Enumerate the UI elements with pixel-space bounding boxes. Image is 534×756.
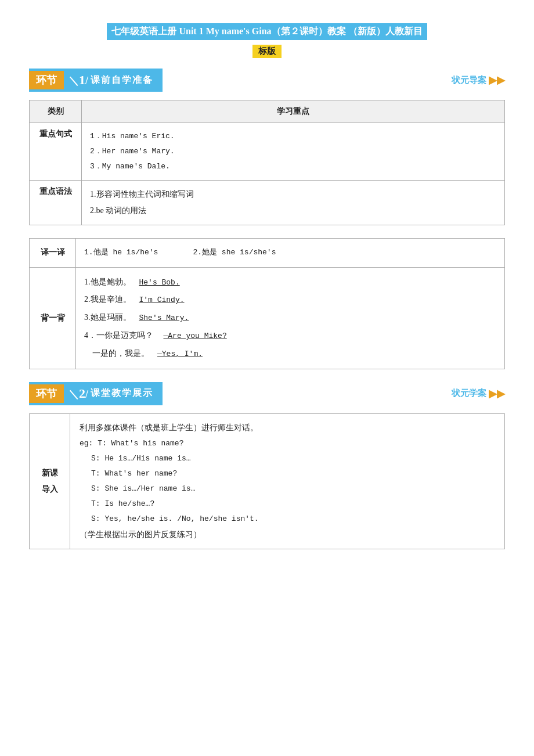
sentence-2: 2．Her name's Mary. bbox=[90, 144, 496, 159]
grammar-2: 2.be 动词的用法 bbox=[90, 203, 496, 219]
section2-right-bold: 学案 bbox=[469, 388, 486, 399]
translate-memorize-table: 译一译 1.他是 he is/he's 2.她是 she is/she's 背一… bbox=[29, 238, 505, 369]
memorize-row: 背一背 1.他是鲍勃。 He's Bob. 2.我是辛迪。 I'm Cindy.… bbox=[30, 267, 505, 369]
translate-item-1: 1.他是 he is/he's bbox=[84, 244, 158, 261]
section2-slash: ＼2/ bbox=[68, 386, 88, 401]
memorize-item-3: 3.她是玛丽。 She's Mary. bbox=[84, 309, 496, 327]
section2-right: 状元 学案 ▶▶ bbox=[452, 387, 505, 400]
memorize-item-2: 2.我是辛迪。 I'm Cindy. bbox=[84, 291, 496, 309]
translate-row: 译一译 1.他是 he is/he's 2.她是 she is/she's bbox=[30, 239, 505, 268]
col-header-keypoints: 学习重点 bbox=[82, 100, 505, 123]
s2-line-3: S: He is…/His name is… bbox=[80, 451, 495, 466]
cn-3: 3.她是玛丽。 bbox=[84, 313, 131, 322]
en-4: —Are you Mike? bbox=[164, 332, 227, 340]
en-1: He's Bob. bbox=[139, 278, 180, 287]
section2-arrow: ▶▶ bbox=[489, 387, 505, 400]
s2-line-7: S: Yes, he/she is. /No, he/she isn't. bbox=[80, 512, 495, 527]
cn-4: 4．一你是迈克吗？ bbox=[84, 331, 153, 340]
section2-row-content: 利用多媒体课件（或是班上学生）进行师生对话。 eg: T: What's his… bbox=[70, 413, 505, 549]
row-content-sentences: 1．His name's Eric. 2．Her name's Mary. 3．… bbox=[82, 123, 505, 181]
memorize-item-5: 一是的，我是。 —Yes, I'm. bbox=[84, 345, 496, 363]
section1-arrow: ▶▶ bbox=[489, 74, 505, 87]
subtitle-wrapper: 标版 bbox=[29, 45, 505, 58]
section1-right-label: 状元 bbox=[452, 75, 469, 86]
section1-right-bold: 导案 bbox=[469, 75, 486, 86]
section1-number: 环节 bbox=[29, 71, 64, 89]
memorize-item-1: 1.他是鲍勃。 He's Bob. bbox=[84, 273, 496, 291]
page-title: 七年级英语上册 Unit 1 My name's Gina（第２课时）教案 （新… bbox=[107, 23, 427, 40]
section1-label: 课前自学准备 bbox=[91, 74, 153, 87]
en-5: —Yes, I'm. bbox=[157, 350, 203, 358]
section2-header: 环节 ＼2/ 课堂教学展示 状元 学案 ▶▶ bbox=[29, 382, 505, 405]
row-label-sentences: 重点句式 bbox=[30, 123, 82, 181]
sentence-3: 3．My name's Dale. bbox=[90, 159, 496, 174]
subtitle: 标版 bbox=[252, 45, 282, 58]
section1-header: 环节 ＼1/ 课前自学准备 状元 导案 ▶▶ bbox=[29, 69, 505, 92]
col-header-category: 类别 bbox=[30, 100, 82, 123]
row-content-grammar: 1.形容词性物主代词和缩写词 2.be 动词的用法 bbox=[82, 181, 505, 225]
section2-right-label: 状元 bbox=[452, 388, 469, 399]
s2-line-4: T: What's her name? bbox=[80, 466, 495, 481]
en-2: I'm Cindy. bbox=[139, 296, 185, 304]
s2-line-2: eg: T: What's his name? bbox=[80, 436, 495, 451]
memorize-label: 背一背 bbox=[30, 267, 76, 369]
s2-line-8: （学生根据出示的图片反复练习） bbox=[80, 527, 495, 543]
section1-header-left: 环节 ＼1/ 课前自学准备 bbox=[29, 69, 163, 92]
cn-1: 1.他是鲍勃。 bbox=[84, 278, 131, 286]
table-row: 重点句式 1．His name's Eric. 2．Her name's Mar… bbox=[30, 123, 505, 181]
section2-row-label: 新课导入 bbox=[30, 413, 70, 549]
translate-label: 译一译 bbox=[30, 239, 76, 268]
cn-5: 一是的，我是。 bbox=[84, 349, 149, 358]
grammar-1: 1.形容词性物主代词和缩写词 bbox=[90, 186, 496, 203]
section2-row: 新课导入 利用多媒体课件（或是班上学生）进行师生对话。 eg: T: What'… bbox=[30, 413, 505, 549]
memorize-item-4: 4．一你是迈克吗？ —Are you Mike? bbox=[84, 327, 496, 345]
row-label-grammar: 重点语法 bbox=[30, 181, 82, 225]
s2-line-5: S: She is…/Her name is… bbox=[80, 481, 495, 496]
section2-header-left: 环节 ＼2/ 课堂教学展示 bbox=[29, 382, 163, 405]
section1-right: 状元 导案 ▶▶ bbox=[452, 74, 505, 87]
translate-item-2: 2.她是 she is/she's bbox=[193, 244, 276, 261]
section2-content-table: 新课导入 利用多媒体课件（或是班上学生）进行师生对话。 eg: T: What'… bbox=[29, 413, 505, 549]
section2-number: 环节 bbox=[29, 384, 64, 403]
memorize-content: 1.他是鲍勃。 He's Bob. 2.我是辛迪。 I'm Cindy. 3.她… bbox=[76, 267, 505, 369]
translate-items: 1.他是 he is/he's 2.她是 she is/she's bbox=[84, 244, 496, 261]
page-title-wrapper: 七年级英语上册 Unit 1 My name's Gina（第２课时）教案 （新… bbox=[29, 23, 505, 40]
table-row: 重点语法 1.形容词性物主代词和缩写词 2.be 动词的用法 bbox=[30, 181, 505, 225]
section1-slash: ＼1/ bbox=[68, 73, 88, 88]
s2-line-1: 利用多媒体课件（或是班上学生）进行师生对话。 bbox=[80, 420, 495, 436]
section2-label: 课堂教学展示 bbox=[91, 387, 153, 399]
translate-content: 1.他是 he is/he's 2.她是 she is/she's bbox=[76, 239, 505, 268]
s2-line-6: T: Is he/she…? bbox=[80, 496, 495, 512]
en-3: She's Mary. bbox=[139, 314, 189, 322]
sentence-1: 1．His name's Eric. bbox=[90, 129, 496, 144]
cn-2: 2.我是辛迪。 bbox=[84, 295, 131, 304]
learning-points-table: 类别 学习重点 重点句式 1．His name's Eric. 2．Her na… bbox=[29, 100, 505, 225]
